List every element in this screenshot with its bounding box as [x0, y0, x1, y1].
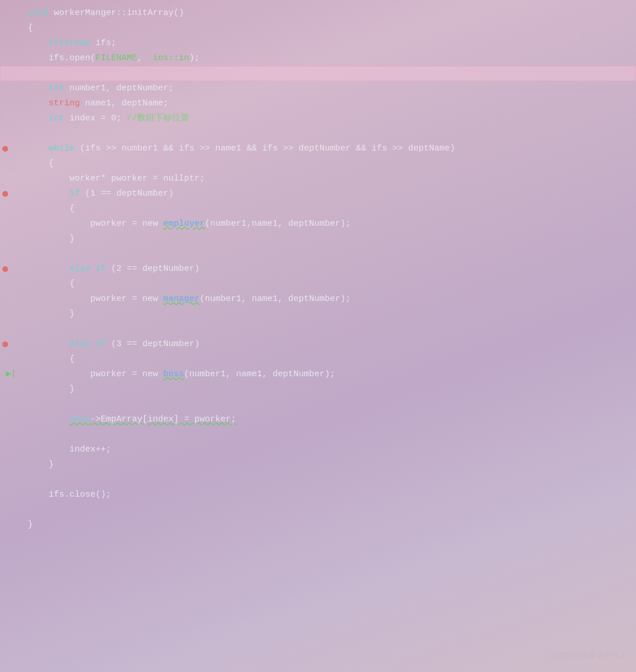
code-line	[0, 247, 636, 262]
line-content: ifs.close();	[23, 487, 636, 502]
code-line: {	[0, 156, 636, 171]
line-gutter: ▶|	[0, 367, 23, 382]
line-gutter	[0, 156, 23, 171]
line-gutter	[0, 307, 23, 322]
code-line: {	[0, 277, 636, 292]
line-gutter	[0, 262, 23, 277]
line-gutter	[0, 382, 23, 397]
code-line: if (1 == deptNumber)	[0, 186, 636, 201]
line-gutter	[0, 171, 23, 186]
line-gutter	[0, 277, 23, 292]
line-gutter	[0, 397, 23, 412]
code-line: {	[0, 352, 636, 367]
line-gutter	[0, 232, 23, 247]
line-content: while (ifs >> number1 && ifs >> name1 &&…	[23, 141, 636, 156]
line-content: if (1 == deptNumber)	[23, 186, 636, 201]
line-gutter	[0, 6, 23, 21]
line-gutter	[0, 337, 23, 352]
line-gutter	[0, 412, 23, 427]
line-gutter	[0, 81, 23, 96]
line-content: }	[23, 307, 636, 322]
line-gutter	[0, 427, 23, 442]
line-gutter	[0, 96, 23, 111]
line-content: {	[23, 21, 636, 36]
line-content: }	[23, 517, 636, 533]
line-gutter	[0, 111, 23, 126]
line-content: ifs.open(FILENAME, ios::in);	[23, 51, 636, 66]
code-line: int number1, deptNumber;	[0, 81, 636, 96]
code-line: }	[0, 232, 636, 247]
line-content: int index = 0; //数组下标位置	[23, 111, 636, 126]
code-line	[0, 502, 636, 517]
code-line: index++;	[0, 442, 636, 457]
breakpoint-indicator	[2, 146, 8, 152]
line-gutter	[0, 472, 23, 487]
code-line	[0, 322, 636, 337]
line-content: void workerManger::initArray()	[23, 6, 636, 21]
code-line: ▶| pworker = new boss(number1, name1, de…	[0, 367, 636, 382]
line-content	[23, 397, 636, 412]
line-content: ifstream ifs;	[23, 36, 636, 51]
line-gutter	[0, 36, 23, 51]
line-content	[23, 472, 636, 487]
code-line	[0, 427, 636, 442]
line-gutter	[0, 201, 23, 216]
breakpoint-indicator	[2, 266, 8, 272]
arrow-indicator: ▶|	[6, 368, 16, 381]
breakpoint-indicator	[2, 191, 8, 197]
code-line: pworker = new manager(number1, name1, de…	[0, 292, 636, 307]
code-line: ifs.close();	[0, 487, 636, 502]
line-content: index++;	[23, 442, 636, 457]
code-line: }	[0, 307, 636, 322]
code-line: else if (2 == deptNumber)	[0, 262, 636, 277]
line-content: {	[23, 201, 636, 216]
code-container: void workerManger::initArray(){ ifstream…	[0, 0, 636, 672]
line-content	[23, 427, 636, 442]
line-gutter	[0, 126, 23, 141]
line-content	[23, 126, 636, 141]
code-line: int index = 0; //数组下标位置	[0, 111, 636, 126]
code-line	[0, 126, 636, 141]
line-gutter	[0, 442, 23, 457]
line-content: pworker = new employer(number1,name1, de…	[23, 216, 636, 232]
line-gutter	[0, 141, 23, 156]
code-line	[0, 472, 636, 487]
code-line: }	[0, 457, 636, 472]
line-content: int number1, deptNumber;	[23, 81, 636, 96]
line-gutter	[0, 51, 23, 66]
line-content: {	[23, 156, 636, 171]
code-line: pworker = new employer(number1,name1, de…	[0, 216, 636, 232]
code-line: else if (3 == deptNumber)	[0, 337, 636, 352]
code-line: worker* pworker = nullptr;	[0, 171, 636, 186]
line-gutter	[0, 487, 23, 502]
code-line	[0, 66, 636, 81]
code-line: ifstream ifs;	[0, 36, 636, 51]
line-content: pworker = new manager(number1, name1, de…	[23, 292, 636, 307]
code-line: }	[0, 382, 636, 397]
code-line: while (ifs >> number1 && ifs >> name1 &&…	[0, 141, 636, 156]
line-content: }	[23, 382, 636, 397]
code-line: }	[0, 517, 636, 533]
line-content: else if (2 == deptNumber)	[23, 262, 636, 277]
line-gutter	[1, 67, 24, 80]
line-gutter	[0, 292, 23, 307]
code-line: void workerManger::initArray()	[0, 6, 636, 21]
line-content: }	[23, 232, 636, 247]
line-gutter	[0, 517, 23, 533]
line-content: }	[23, 457, 636, 472]
code-line: ifs.open(FILENAME, ios::in);	[0, 51, 636, 66]
line-content: else if (3 == deptNumber)	[23, 337, 636, 352]
code-line: string name1, deptName;	[0, 96, 636, 111]
line-gutter	[0, 216, 23, 232]
line-gutter	[0, 322, 23, 337]
line-content	[23, 247, 636, 262]
line-gutter	[0, 457, 23, 472]
line-content: worker* pworker = nullptr;	[23, 171, 636, 186]
breakpoint-indicator	[2, 341, 8, 347]
line-content: {	[23, 277, 636, 292]
line-gutter	[0, 352, 23, 367]
line-content: this->EmpArray[index] = pworker;	[23, 412, 636, 427]
code-line: this->EmpArray[index] = pworker;	[0, 412, 636, 427]
line-content: pworker = new boss(number1, name1, deptN…	[23, 367, 636, 382]
code-line: {	[0, 201, 636, 216]
